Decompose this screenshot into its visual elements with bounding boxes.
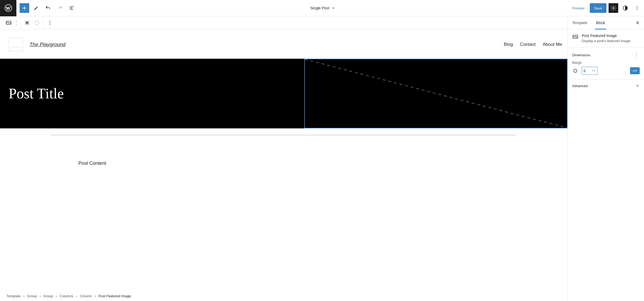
breadcrumb-item[interactable]: Template — [6, 294, 21, 298]
edit-button[interactable] — [31, 3, 41, 13]
redo-button[interactable] — [55, 3, 65, 13]
move-down-button[interactable]: ▼ — [14, 23, 19, 26]
dimensions-title: Dimensions — [572, 53, 590, 57]
svg-point-11 — [50, 24, 50, 25]
featured-image-icon — [572, 34, 579, 40]
align-button[interactable] — [22, 18, 32, 28]
nav-item[interactable]: Contact — [520, 42, 536, 47]
svg-point-15 — [636, 55, 637, 55]
svg-point-1 — [613, 7, 614, 9]
list-view-button[interactable] — [67, 3, 76, 13]
gear-icon — [610, 5, 616, 11]
kebab-icon — [634, 52, 639, 58]
placeholder-diagonal-icon — [305, 59, 567, 128]
block-mover: ▲ ▼ — [14, 20, 19, 26]
preview-button[interactable]: Preview — [569, 3, 588, 13]
svg-point-14 — [636, 53, 637, 54]
hero-section: Post Title — [0, 59, 568, 128]
undo-button[interactable] — [43, 3, 53, 13]
settings-sidebar: Template Block Post Featured Image Displ… — [568, 16, 644, 301]
list-view-icon — [69, 5, 75, 11]
move-up-button[interactable]: ▲ — [14, 20, 19, 23]
advanced-panel[interactable]: Advanced — [568, 79, 644, 92]
dimensions-options-button[interactable] — [633, 52, 640, 58]
redo-icon — [57, 5, 63, 11]
svg-point-4 — [637, 8, 638, 9]
svg-rect-7 — [26, 22, 28, 23]
svg-point-3 — [637, 6, 638, 7]
svg-line-12 — [305, 59, 567, 128]
more-options-button[interactable] — [632, 3, 642, 13]
breadcrumb-item[interactable]: Columns — [60, 294, 73, 298]
settings-button[interactable] — [609, 3, 618, 13]
top-toolbar: Single Post Preview Save — [0, 0, 644, 16]
margin-input[interactable] — [582, 67, 591, 75]
featured-image-block[interactable] — [304, 59, 568, 128]
breadcrumb-item[interactable]: Group — [43, 294, 53, 298]
separator[interactable] — [51, 135, 516, 135]
editor-canvas[interactable]: The Playground Blog Contact About Me Pos… — [0, 29, 568, 291]
site-title[interactable]: The Playground — [30, 42, 65, 47]
advanced-label: Advanced — [572, 84, 588, 88]
duotone-button[interactable] — [32, 18, 42, 28]
save-button[interactable]: Save — [590, 3, 606, 13]
svg-point-16 — [636, 56, 637, 57]
link-icon — [632, 68, 637, 73]
wordpress-logo-button[interactable] — [0, 0, 16, 16]
site-logo-placeholder[interactable] — [9, 38, 23, 51]
custom-size-icon — [573, 68, 578, 73]
close-sidebar-button[interactable] — [634, 19, 641, 27]
breadcrumb-item[interactable]: Group — [27, 294, 37, 298]
link-sides-button[interactable] — [630, 67, 640, 74]
add-block-button[interactable] — [20, 3, 29, 13]
close-icon — [635, 21, 640, 25]
document-title-label: Single Post — [310, 6, 329, 10]
svg-point-10 — [50, 22, 50, 23]
nav-item[interactable]: Blog — [504, 42, 513, 47]
tab-template[interactable]: Template — [568, 16, 592, 29]
document-title[interactable]: Single Post — [76, 6, 569, 10]
margin-unit[interactable]: PX — [591, 69, 597, 72]
contrast-icon — [622, 5, 628, 11]
pencil-icon — [33, 5, 39, 11]
site-header: The Playground Blog Contact About Me — [0, 29, 568, 59]
svg-point-8 — [35, 21, 39, 25]
svg-point-5 — [637, 9, 638, 10]
block-description: Display a post's featured image. — [582, 39, 631, 43]
site-nav: Blog Contact About Me — [504, 42, 562, 47]
block-name: Post Featured Image — [582, 34, 631, 38]
margin-label: Margin — [572, 61, 640, 65]
block-type-button[interactable] — [4, 18, 13, 28]
chevron-down-icon — [635, 84, 640, 88]
tab-block[interactable]: Block — [592, 16, 609, 29]
featured-image-icon — [5, 20, 12, 26]
margin-custom-button[interactable] — [572, 68, 579, 74]
svg-point-9 — [50, 21, 50, 22]
wordpress-icon — [5, 4, 12, 12]
breadcrumb-item[interactable]: Column — [80, 294, 92, 298]
post-content[interactable]: Post Content — [0, 142, 568, 166]
align-icon — [24, 20, 30, 26]
block-toolbar: ▲ ▼ — [0, 16, 568, 29]
post-title[interactable]: Post Title — [9, 85, 64, 102]
kebab-icon — [634, 5, 640, 11]
plus-icon — [21, 5, 28, 11]
breadcrumb-item[interactable]: Post Featured Image — [98, 294, 131, 298]
chevron-down-icon — [331, 6, 335, 10]
svg-rect-17 — [574, 69, 577, 72]
block-breadcrumb: Template› Group› Group› Columns› Column›… — [0, 291, 568, 301]
kebab-icon — [47, 20, 53, 26]
undo-icon — [45, 5, 51, 11]
block-more-button[interactable] — [45, 18, 55, 28]
duotone-icon — [34, 20, 40, 26]
nav-item[interactable]: About Me — [543, 42, 562, 47]
styles-button[interactable] — [620, 3, 630, 13]
